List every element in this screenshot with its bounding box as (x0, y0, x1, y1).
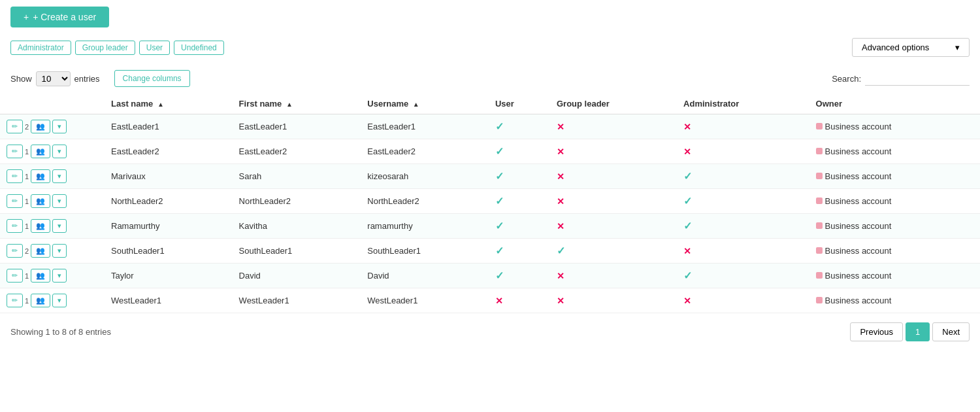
check-icon: ✓ (683, 196, 692, 207)
check-icon: ✓ (495, 270, 504, 281)
members-button[interactable]: 👥 (31, 294, 50, 307)
search-input[interactable] (865, 71, 970, 86)
owner-cell: Business account (809, 114, 980, 139)
users-table: Last name ▲ First name ▲ Username ▲ User… (0, 94, 980, 313)
group-leader-cell: ✕ (550, 214, 677, 239)
count-badge: 1 (25, 173, 29, 180)
members-button[interactable]: 👥 (31, 194, 50, 208)
first-name-cell: David (233, 264, 361, 288)
edit-button[interactable]: ✏ (7, 194, 23, 208)
cross-icon: ✕ (683, 246, 691, 256)
user-cell: ✓ (489, 189, 550, 214)
owner-dot (816, 148, 823, 154)
edit-button[interactable]: ✏ (7, 244, 23, 258)
create-user-button[interactable]: + + Create a user (10, 7, 109, 27)
check-icon: ✓ (495, 245, 504, 256)
dropdown-button[interactable]: ▾ (52, 169, 67, 183)
check-icon: ✓ (557, 245, 565, 256)
sort-last-name-icon: ▲ (157, 101, 164, 108)
user-cell: ✓ (489, 164, 550, 189)
group-leader-cell: ✕ (550, 139, 677, 164)
sort-username-icon: ▲ (413, 101, 419, 108)
chevron-down-icon: ▾ (955, 43, 960, 52)
edit-button[interactable]: ✏ (7, 269, 23, 283)
col-username[interactable]: Username ▲ (361, 94, 489, 114)
edit-button[interactable]: ✏ (7, 169, 23, 183)
members-button[interactable]: 👥 (31, 145, 50, 158)
username-cell: David (361, 264, 489, 288)
members-button[interactable]: 👥 (31, 219, 50, 233)
last-name-cell: Marivaux (105, 164, 233, 189)
cross-icon: ✕ (683, 296, 691, 306)
filter-administrator[interactable]: Administrator (10, 41, 71, 55)
change-columns-button[interactable]: Change columns (114, 70, 190, 87)
previous-button[interactable]: Previous (850, 322, 903, 341)
cross-icon: ✕ (557, 122, 564, 132)
members-button[interactable]: 👥 (31, 244, 50, 258)
group-leader-cell: ✓ (550, 239, 677, 264)
dropdown-button[interactable]: ▾ (52, 244, 67, 258)
table-row: ✏ 1 👥 ▾ Taylor David David ✓ ✕ ✓ Busines… (0, 264, 980, 288)
cross-icon: ✕ (557, 296, 564, 306)
user-cell: ✓ (489, 214, 550, 239)
check-icon: ✓ (683, 270, 692, 281)
dropdown-button[interactable]: ▾ (52, 269, 67, 283)
filter-undefined[interactable]: Undefined (174, 41, 224, 55)
count-badge: 1 (25, 272, 29, 280)
check-icon: ✓ (495, 196, 504, 207)
username-cell: NorthLeader2 (361, 189, 489, 214)
count-badge: 2 (25, 247, 29, 255)
first-name-cell: EastLeader2 (233, 139, 361, 164)
owner-cell: Business account (809, 214, 980, 239)
members-button[interactable]: 👥 (31, 169, 50, 183)
edit-button[interactable]: ✏ (7, 120, 23, 133)
count-badge: 1 (25, 222, 29, 230)
members-button[interactable]: 👥 (31, 269, 50, 283)
page-1-button[interactable]: 1 (906, 322, 930, 341)
cross-icon: ✕ (683, 122, 691, 132)
owner-cell: Business account (809, 189, 980, 214)
dropdown-button[interactable]: ▾ (52, 120, 67, 133)
administrator-cell: ✓ (677, 189, 809, 214)
plus-icon: + (24, 12, 29, 22)
first-name-cell: Sarah (233, 164, 361, 189)
cross-icon: ✕ (557, 171, 564, 182)
username-cell: SouthLeader1 (361, 239, 489, 264)
count-badge: 1 (25, 297, 29, 305)
advanced-options-button[interactable]: Advanced options ▾ (852, 38, 970, 57)
dropdown-button[interactable]: ▾ (52, 145, 67, 158)
cross-icon: ✕ (557, 196, 564, 207)
sort-first-name-icon: ▲ (286, 101, 293, 108)
edit-button[interactable]: ✏ (7, 294, 23, 307)
edit-button[interactable]: ✏ (7, 145, 23, 158)
last-name-cell: EastLeader2 (105, 139, 233, 164)
owner-dot (816, 222, 823, 229)
check-icon: ✓ (495, 146, 504, 157)
members-button[interactable]: 👥 (31, 120, 50, 133)
filter-user[interactable]: User (139, 41, 170, 55)
next-button[interactable]: Next (932, 322, 970, 341)
showing-text: Showing 1 to 8 of 8 entries (10, 327, 111, 337)
col-actions (0, 94, 105, 114)
owner-cell: Business account (809, 139, 980, 164)
check-icon: ✓ (683, 220, 692, 232)
last-name-cell: NorthLeader2 (105, 189, 233, 214)
row-actions-cell: ✏ 1 👥 ▾ (0, 264, 105, 288)
dropdown-button[interactable]: ▾ (52, 194, 67, 208)
administrator-cell: ✓ (677, 164, 809, 189)
change-columns-label: Change columns (123, 74, 182, 83)
filter-group-leader[interactable]: Group leader (75, 41, 135, 55)
user-cell: ✕ (489, 288, 550, 313)
owner-dot (816, 173, 823, 179)
administrator-cell: ✓ (677, 264, 809, 288)
col-last-name[interactable]: Last name ▲ (105, 94, 233, 114)
entries-select[interactable]: 10 25 50 100 (36, 71, 71, 86)
edit-button[interactable]: ✏ (7, 219, 23, 233)
dropdown-button[interactable]: ▾ (52, 219, 67, 233)
row-actions-cell: ✏ 1 👥 ▾ (0, 189, 105, 214)
administrator-cell: ✕ (677, 139, 809, 164)
group-leader-cell: ✕ (550, 189, 677, 214)
dropdown-button[interactable]: ▾ (52, 294, 67, 307)
col-first-name[interactable]: First name ▲ (233, 94, 361, 114)
count-badge: 2 (25, 123, 29, 131)
